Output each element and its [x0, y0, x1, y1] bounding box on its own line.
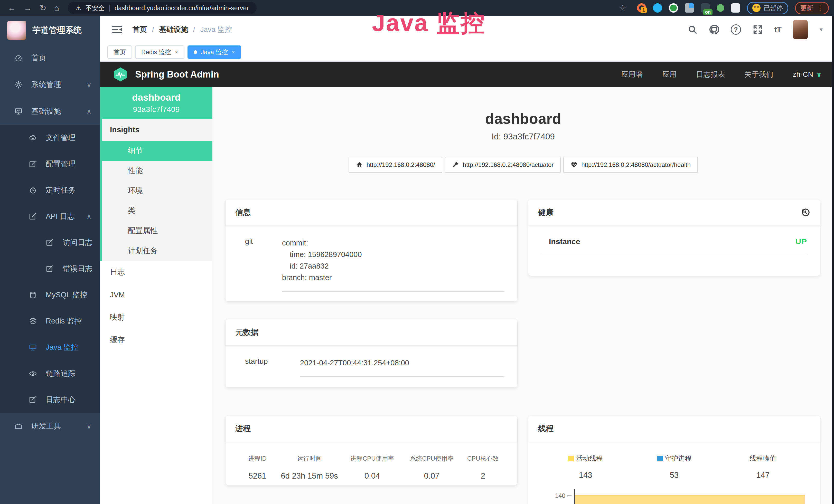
browser-home-icon[interactable]: ⌂ — [54, 4, 59, 12]
health-card: 健康 Instance UP — [528, 200, 820, 276]
breadcrumb-current: Java 监控 — [200, 25, 232, 35]
sba-link-applications[interactable]: 应用 — [662, 70, 677, 79]
actuator-url-button[interactable]: http://192.168.0.2:48080/actuator — [445, 157, 561, 173]
sidebar-item-label: 错误日志 — [63, 264, 92, 274]
process-table-values: 5261 6d 23h 15m 59s 0.04 0.07 2 — [238, 464, 504, 481]
metadata-card-body: startup 2021-04-27T00:44:31.254+08:00 — [225, 346, 517, 377]
bookmark-star-icon[interactable]: ☆ — [619, 3, 626, 13]
legend-swatch-blue — [657, 456, 663, 461]
extension-icon-green[interactable] — [669, 3, 678, 13]
close-icon[interactable]: × — [232, 48, 235, 56]
extension-icon-orange[interactable]: 1 — [637, 3, 646, 13]
health-url-button[interactable]: http://192.168.0.2:48080/actuator/health — [563, 157, 698, 173]
menu-item-caches[interactable]: 缓存 — [100, 329, 213, 351]
help-icon[interactable]: ? — [731, 24, 741, 35]
fullscreen-icon[interactable] — [753, 25, 763, 35]
user-avatar[interactable] — [793, 20, 808, 39]
sidebar-item-config-manage[interactable]: 配置管理 — [0, 151, 100, 177]
tag-tabs: 首页 Redis 监控 × Java 监控 × — [100, 43, 834, 62]
browser-extensions-area: ☆ 1 on 已暂停 更新 ⋮ — [619, 2, 829, 15]
search-icon[interactable] — [687, 25, 697, 35]
extension-icon-pin[interactable] — [653, 3, 662, 13]
tab-java-monitor[interactable]: Java 监控 × — [188, 45, 241, 59]
sidebar-item-mysql-monitor[interactable]: MySQL 监控 — [0, 282, 100, 308]
history-icon[interactable] — [800, 208, 810, 217]
sidebar-item-api-log[interactable]: API 日志 ∧ — [0, 203, 100, 230]
browser-forward-icon[interactable]: → — [24, 4, 32, 12]
instance-header[interactable]: dashboard 93a3fc7f7409 — [100, 87, 213, 119]
service-url: http://192.168.0.2:48080/ — [367, 161, 435, 168]
sidebar-item-error-log[interactable]: 错误日志 — [0, 256, 100, 282]
menu-item-scheduled-tasks[interactable]: 计划任务 — [102, 241, 213, 261]
live-threads-area — [575, 495, 805, 504]
sba-link-about[interactable]: 关于我们 — [745, 70, 773, 79]
menu-item-mappings[interactable]: 映射 — [100, 306, 213, 329]
legend-label: 活动线程 — [576, 455, 603, 462]
chevron-down-icon: ∨ — [87, 422, 91, 430]
breadcrumb-infra[interactable]: 基础设施 — [159, 25, 188, 35]
paused-badge[interactable]: 已暂停 — [747, 2, 788, 15]
instance-id: 93a3fc7f7409 — [133, 105, 180, 114]
menu-item-jvm[interactable]: JVM — [100, 283, 213, 306]
menu-item-environment[interactable]: 环境 — [102, 181, 213, 201]
extensions-puzzle-icon[interactable] — [731, 3, 740, 13]
extension-icon-sprout[interactable] — [717, 4, 724, 12]
tab-home[interactable]: 首页 — [107, 45, 132, 59]
page-url[interactable]: dashboard.yudao.iocoder.cn/infra/admin-s… — [114, 4, 249, 12]
sidebar-item-label: 链路追踪 — [46, 368, 75, 379]
browser-reload-icon[interactable]: ↻ — [40, 4, 46, 12]
update-button[interactable]: 更新 ⋮ — [795, 2, 829, 15]
menu-item-classes[interactable]: 类 — [102, 201, 213, 221]
menu-item-config-props[interactable]: 配置属性 — [102, 221, 213, 241]
address-bar[interactable]: ⚠ 不安全 | dashboard.yudao.iocoder.cn/infra… — [68, 2, 256, 14]
row-divider — [541, 254, 807, 254]
edit-icon — [29, 160, 37, 168]
browser-menu-icon[interactable]: ⋮ — [817, 4, 824, 12]
actuator-url: http://192.168.0.2:48080/actuator — [463, 161, 554, 168]
edit-icon — [46, 238, 54, 247]
menu-item-logs[interactable]: 日志 — [100, 261, 213, 283]
collapse-sidebar-icon[interactable] — [111, 25, 123, 34]
process-card-body: 进程ID 运行时间 进程CPU使用率 系统CPU使用率 CPU核心数 5261 … — [225, 442, 517, 481]
sba-link-wallboard[interactable]: 应用墙 — [621, 70, 643, 79]
breadcrumb-home[interactable]: 首页 — [133, 25, 147, 35]
sidebar-item-redis-monitor[interactable]: Redis 监控 — [0, 308, 100, 334]
threads-card: 线程 活动线程 143 守护进程 53 — [528, 416, 820, 504]
cloud-upload-icon — [29, 134, 37, 142]
health-row[interactable]: Instance UP — [541, 237, 807, 246]
security-label[interactable]: 不安全 — [86, 4, 105, 12]
sidebar-item-java-monitor[interactable]: Java 监控 — [0, 334, 100, 361]
process-pid: 5261 — [238, 472, 277, 481]
threads-legend: 活动线程 143 守护进程 53 线程峰值 147 — [541, 454, 807, 480]
service-url-button[interactable]: http://192.168.0.2:48080/ — [349, 157, 442, 173]
extension-icon-grid[interactable] — [685, 3, 694, 13]
sidebar-item-system[interactable]: 系统管理 ∨ — [0, 71, 100, 98]
admin-sidebar: 芋道管理系统 首页 系统管理 ∨ 基础设施 ∧ 文件管理 配置管理 定时任务 A… — [0, 16, 100, 504]
sidebar-item-infra[interactable]: 基础设施 ∧ — [0, 98, 100, 125]
sidebar-item-file-manage[interactable]: 文件管理 — [0, 125, 100, 151]
sidebar-item-access-log[interactable]: 访问日志 — [0, 230, 100, 256]
sba-brand[interactable]: Spring Boot Admin — [112, 67, 219, 83]
threads-card-title: 线程 — [538, 423, 553, 434]
close-icon[interactable]: × — [175, 48, 178, 56]
tab-redis-monitor[interactable]: Redis 监控 × — [135, 45, 184, 59]
sba-link-journal[interactable]: 日志报表 — [696, 70, 725, 79]
sidebar-item-label: Redis 监控 — [46, 316, 82, 326]
extension-icon-switch[interactable]: on — [701, 3, 710, 13]
sidebar-item-tracing[interactable]: 链路追踪 — [0, 361, 100, 387]
browser-back-icon[interactable]: ← — [8, 4, 16, 12]
menu-item-details[interactable]: 细节 — [102, 141, 213, 161]
sidebar-item-home[interactable]: 首页 — [0, 45, 100, 71]
sidebar-item-dev-tools[interactable]: 研发工具 ∨ — [0, 413, 100, 439]
sidebar-item-log-center[interactable]: 日志中心 — [0, 387, 100, 413]
legend-label: 线程峰值 — [749, 455, 776, 462]
user-menu-caret-icon[interactable]: ▾ — [820, 26, 823, 33]
font-size-icon[interactable]: tT — [774, 25, 781, 35]
menu-item-metrics[interactable]: 性能 — [102, 161, 213, 181]
sidebar-logo-row[interactable]: 芋道管理系统 — [0, 16, 100, 45]
sidebar-item-cron-job[interactable]: 定时任务 — [0, 177, 100, 203]
github-icon[interactable] — [709, 25, 719, 35]
legend-peak: 线程峰值 147 — [719, 454, 807, 480]
language-selector[interactable]: zh-CN ∨ — [793, 70, 822, 78]
spring-boot-logo-icon — [112, 67, 128, 83]
